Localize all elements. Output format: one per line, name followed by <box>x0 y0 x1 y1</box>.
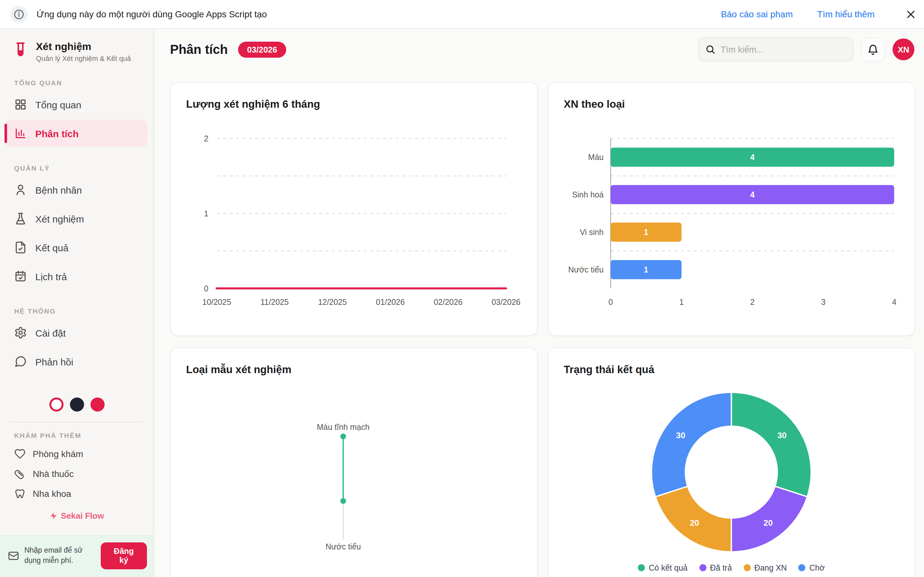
svg-text:Vi sinh: Vi sinh <box>580 227 603 237</box>
page-title: Phân tích <box>170 42 228 57</box>
sidebar-item-feedback[interactable]: Phản hồi <box>5 348 148 375</box>
svg-text:4: 4 <box>750 153 754 161</box>
search-input[interactable] <box>720 45 846 54</box>
result-status-donut-chart: 30202030 <box>564 391 899 554</box>
search-box <box>698 37 853 61</box>
apps-script-banner: Ứng dụng này do một người dùng Google Ap… <box>0 0 924 29</box>
sidebar-item-analytics[interactable]: Phân tích <box>5 120 148 147</box>
sidebar-item-label: Nhà thuốc <box>33 468 74 479</box>
flask-icon <box>14 212 27 225</box>
main-content: Phân tích 03/2026 XN <box>154 29 924 577</box>
svg-text:0: 0 <box>204 284 208 293</box>
pill-icon <box>14 468 26 479</box>
card-result-status: Trạng thái kết quả 30202030 Có kết quảĐã… <box>548 348 915 577</box>
email-signup-box: Nhập email để sử dụng miễn phí. Đăng ký <box>0 535 153 577</box>
close-icon[interactable] <box>905 9 916 19</box>
page-header: Phân tích 03/2026 XN <box>154 29 924 70</box>
sidebar-item-results[interactable]: Kết quả <box>5 234 148 261</box>
donut-legend: Có kết quảĐã trảĐang XNChờ <box>564 564 899 572</box>
theme-swatch-light[interactable] <box>49 398 63 412</box>
legend-label: Chờ <box>809 564 825 572</box>
speech-bubble-icon <box>14 355 27 368</box>
svg-text:Máu tĩnh mạch: Máu tĩnh mạch <box>317 422 370 432</box>
svg-text:3: 3 <box>821 298 825 306</box>
sidebar-item-label: Phản hồi <box>35 356 73 367</box>
sidebar-item-patients[interactable]: Bệnh nhân <box>5 176 148 203</box>
legend-item: Đang XN <box>743 564 787 572</box>
tooth-icon <box>14 488 26 499</box>
sidebar-item-label: Tổng quan <box>35 99 81 110</box>
sidebar-item-tests[interactable]: Xét nghiệm <box>5 205 148 232</box>
donut-segment <box>651 392 731 497</box>
app-subtitle: Quản lý Xét nghiệm & Kết quả <box>36 55 131 62</box>
legend-label: Đã trả <box>710 564 732 572</box>
sidebar-item-overview[interactable]: Tổng quan <box>5 91 148 118</box>
card-tests-by-type: XN theo loại 4Máu4Sinh hoá1Vi sinh1Nước … <box>548 82 915 336</box>
dashboard-grid: Lượng xét nghiệm 6 tháng 01210/202511/20… <box>154 70 924 577</box>
svg-text:Máu: Máu <box>588 153 603 161</box>
sidebar-item-label: Cài đặt <box>35 327 66 338</box>
bar-chart-icon <box>14 127 27 140</box>
envelope-icon <box>8 550 19 562</box>
svg-text:03/2026: 03/2026 <box>491 298 520 306</box>
sidebar-item-label: Kết quả <box>35 242 68 253</box>
svg-text:2: 2 <box>204 134 208 143</box>
svg-text:20: 20 <box>763 518 772 527</box>
svg-text:1: 1 <box>644 265 648 274</box>
monthly-tests-line-chart: 01210/202511/202512/202501/202602/202603… <box>186 126 521 312</box>
svg-text:Nước tiểu: Nước tiểu <box>568 265 603 274</box>
section-label-overview: TỔNG QUAN <box>14 79 139 87</box>
card-title: Loại mẫu xét nghiệm <box>186 364 521 376</box>
app-logo: Xét nghiệm Quản lý Xét nghiệm & Kết quả <box>0 40 153 62</box>
sidebar-item-schedule[interactable]: Lịch trả <box>5 263 148 290</box>
brand-footer: Sekai Flow <box>0 511 153 521</box>
report-abuse-link[interactable]: Báo cáo sai phạm <box>721 9 793 19</box>
sidebar-item-pharmacy[interactable]: Nhà thuốc <box>0 464 153 484</box>
grid-icon <box>14 98 27 111</box>
document-check-icon <box>14 241 27 254</box>
sidebar-divider <box>10 422 143 422</box>
gear-icon <box>14 326 27 339</box>
theme-swatches <box>0 398 153 412</box>
legend-item: Chờ <box>798 564 825 572</box>
bell-icon <box>867 43 879 55</box>
sidebar-item-label: Bệnh nhân <box>35 184 82 195</box>
card-title: Lượng xét nghiệm 6 tháng <box>186 98 521 110</box>
search-icon <box>705 44 716 55</box>
signup-button[interactable]: Đăng ký <box>101 542 147 569</box>
notifications-button[interactable] <box>861 37 885 61</box>
theme-swatch-dark[interactable] <box>69 398 84 412</box>
legend-dot <box>638 564 645 572</box>
sidebar-item-label: Phòng khám <box>33 448 83 459</box>
tests-by-type-bar-chart: 4Máu4Sinh hoá1Vi sinh1Nước tiểu01234 <box>564 126 899 312</box>
svg-text:0: 0 <box>608 298 612 306</box>
bolt-icon <box>49 512 58 520</box>
sample-types-radar-chart: Máu tĩnh mạchNước tiểu <box>186 391 521 577</box>
svg-text:20: 20 <box>690 518 699 527</box>
section-label-discover: KHÁM PHÁ THÊM <box>14 432 139 439</box>
sidebar-item-dental[interactable]: Nha khoa <box>0 484 153 503</box>
heart-icon <box>14 448 26 459</box>
avatar[interactable]: XN <box>893 39 914 60</box>
email-cta-text: Nhập email để sử dụng miễn phí. <box>24 546 95 566</box>
svg-text:01/2026: 01/2026 <box>376 298 405 306</box>
sidebar: Xét nghiệm Quản lý Xét nghiệm & Kết quả … <box>0 29 154 577</box>
theme-swatch-red[interactable] <box>90 398 104 412</box>
sidebar-item-label: Phân tích <box>35 128 79 139</box>
svg-text:1: 1 <box>644 227 648 237</box>
person-icon <box>14 183 27 196</box>
svg-text:1: 1 <box>204 209 208 218</box>
section-label-system: HỆ THỐNG <box>14 307 139 315</box>
sidebar-item-clinic[interactable]: Phòng khám <box>0 444 153 464</box>
legend-item: Có kết quả <box>638 564 688 572</box>
sidebar-item-label: Xét nghiệm <box>35 213 84 224</box>
learn-more-link[interactable]: Tìm hiểu thêm <box>817 9 875 19</box>
svg-text:Sinh hoá: Sinh hoá <box>572 190 603 199</box>
sidebar-item-settings[interactable]: Cài đặt <box>5 319 148 346</box>
app-window: Ứng dụng này do một người dùng Google Ap… <box>0 0 924 577</box>
brand-name: Sekai Flow <box>61 511 104 521</box>
legend-dot <box>699 564 706 572</box>
card-sample-types: Loại mẫu xét nghiệm Máu tĩnh mạchNước ti… <box>170 348 537 577</box>
banner-message: Ứng dụng này do một người dùng Google Ap… <box>37 9 267 19</box>
legend-dot <box>743 564 750 572</box>
